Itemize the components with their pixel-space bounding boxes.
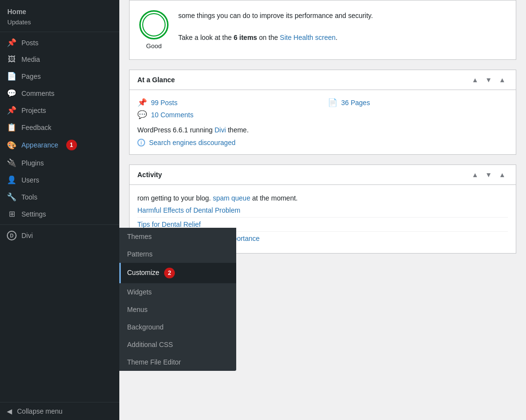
sidebar-item-feedback[interactable]: 📋 Feedback bbox=[0, 119, 119, 136]
at-a-glance-header: At a Glance ▲ ▼ ▲ bbox=[130, 70, 516, 90]
at-a-glance-panel: At a Glance ▲ ▼ ▲ 📌 99 Posts 📄 36 Pages … bbox=[129, 70, 516, 155]
sidebar-item-label: Projects bbox=[21, 107, 46, 114]
tools-icon: 🔧 bbox=[7, 192, 17, 201]
collapse-icon: ◀ bbox=[7, 407, 12, 415]
posts-count-link[interactable]: 99 Posts bbox=[151, 99, 177, 107]
collapse-label: Collapse menu bbox=[17, 407, 62, 415]
search-discouraged-link[interactable]: Search engines discouraged bbox=[149, 139, 235, 146]
appearance-icon: 🎨 bbox=[7, 141, 17, 150]
activity-panel-controls: ▲ ▼ ▲ bbox=[469, 170, 508, 180]
sidebar-item-label: Posts bbox=[21, 39, 38, 47]
health-text-prefix: some things you can do to improve its pe… bbox=[178, 12, 373, 19]
divi-icon: D bbox=[7, 231, 17, 240]
panel-controls: ▲ ▼ ▲ bbox=[469, 75, 508, 85]
submenu-menus[interactable]: Menus bbox=[119, 301, 236, 318]
sidebar-item-label: Appearance bbox=[21, 141, 58, 149]
appearance-submenu: Themes Patterns Customize 2 Widgets Menu… bbox=[119, 228, 236, 371]
search-engines-info: i Search engines discouraged bbox=[137, 139, 508, 146]
sidebar-divi-label: Divi bbox=[21, 232, 33, 239]
health-status-label: Good bbox=[139, 42, 169, 50]
settings-icon: ⊞ bbox=[7, 209, 17, 219]
sidebar-item-posts[interactable]: 📌 Posts bbox=[0, 34, 119, 51]
comments-count-item: 💬 10 Comments bbox=[137, 110, 318, 119]
wp-version-info: WordPress 6.6.1 running Divi theme. bbox=[137, 126, 508, 134]
submenu-customize[interactable]: Customize 2 bbox=[119, 263, 236, 283]
sidebar-item-label: Feedback bbox=[21, 124, 51, 131]
sidebar-item-projects[interactable]: 📌 Projects bbox=[0, 102, 119, 119]
site-health-panel: Good some things you can do to improve i… bbox=[129, 0, 516, 60]
collapse-menu-button[interactable]: ◀ Collapse menu bbox=[0, 402, 119, 420]
sidebar-item-media[interactable]: 🖼 Media bbox=[0, 51, 119, 68]
glance-grid: 📌 99 Posts 📄 36 Pages 💬 10 Comments bbox=[137, 98, 508, 119]
comments-count-link[interactable]: 10 Comments bbox=[151, 111, 193, 119]
theme-link[interactable]: Divi bbox=[215, 126, 226, 134]
sidebar-updates[interactable]: Updates bbox=[0, 17, 119, 30]
pages-count-item: 📄 36 Pages bbox=[328, 98, 508, 107]
pages-count-link[interactable]: 36 Pages bbox=[341, 99, 370, 107]
posts-count-item: 📌 99 Posts bbox=[137, 98, 318, 107]
pages-glance-icon: 📄 bbox=[328, 98, 338, 107]
media-icon: 🖼 bbox=[7, 55, 17, 64]
close-panel-button[interactable]: ▲ bbox=[496, 75, 508, 85]
spam-queue-link[interactable]: spam queue bbox=[213, 194, 250, 202]
sidebar-item-divi[interactable]: D Divi bbox=[0, 227, 119, 244]
submenu-theme-file-editor[interactable]: Theme File Editor bbox=[119, 353, 236, 371]
sidebar-item-label: Users bbox=[21, 176, 39, 184]
sidebar-item-label: Media bbox=[21, 55, 40, 63]
collapse-up-button[interactable]: ▲ bbox=[469, 75, 481, 85]
list-item: Harmful Effects of Dental Problem bbox=[137, 203, 508, 218]
feedback-icon: 📋 bbox=[7, 123, 17, 132]
sidebar-item-plugins[interactable]: 🔌 Plugins bbox=[0, 154, 119, 171]
site-health-link[interactable]: Site Health screen bbox=[280, 34, 336, 41]
sidebar-item-tools[interactable]: 🔧 Tools bbox=[0, 188, 119, 205]
collapse-down-button[interactable]: ▼ bbox=[483, 75, 494, 85]
activity-notice: rom getting to your blog. spam queue at … bbox=[137, 193, 508, 203]
submenu-additional-css[interactable]: Additional CSS bbox=[119, 336, 236, 353]
health-description: some things you can do to improve its pe… bbox=[178, 10, 506, 43]
submenu-themes[interactable]: Themes bbox=[119, 228, 236, 245]
health-circle-wrap: Good bbox=[139, 10, 169, 50]
link-1[interactable]: Harmful Effects of Dental Problem bbox=[137, 206, 240, 214]
health-items-text: Take a look at the 6 items on the Site H… bbox=[178, 34, 338, 41]
step-2-badge: 2 bbox=[164, 268, 175, 278]
sidebar-divider-2 bbox=[0, 224, 119, 225]
sidebar-item-label: Plugins bbox=[21, 159, 44, 167]
health-circle-inner bbox=[142, 13, 166, 37]
sidebar: Home Updates 📌 Posts 🖼 Media 📄 Pages 💬 C… bbox=[0, 0, 119, 420]
sidebar-divider bbox=[0, 32, 119, 32]
sidebar-item-label: Comments bbox=[21, 90, 55, 97]
posts-icon: 📌 bbox=[7, 38, 17, 47]
health-circle bbox=[139, 10, 169, 39]
activity-header: Activity ▲ ▼ ▲ bbox=[130, 165, 516, 185]
sidebar-item-settings[interactable]: ⊞ Settings bbox=[0, 205, 119, 222]
submenu-widgets[interactable]: Widgets bbox=[119, 283, 236, 301]
at-a-glance-title: At a Glance bbox=[137, 76, 175, 84]
sidebar-item-label: Settings bbox=[21, 210, 46, 218]
at-a-glance-body: 📌 99 Posts 📄 36 Pages 💬 10 Comments Word… bbox=[130, 90, 516, 154]
link-2[interactable]: Tips for Dental Relief bbox=[137, 220, 201, 228]
sidebar-home[interactable]: Home bbox=[0, 4, 119, 17]
activity-close-button[interactable]: ▲ bbox=[496, 170, 508, 180]
sidebar-item-appearance[interactable]: 🎨 Appearance 1 bbox=[0, 136, 119, 154]
sidebar-item-users[interactable]: 👤 Users bbox=[0, 171, 119, 188]
activity-down-button[interactable]: ▼ bbox=[483, 170, 494, 180]
plugins-icon: 🔌 bbox=[7, 158, 17, 167]
sidebar-item-label: Tools bbox=[21, 193, 38, 201]
sidebar-item-label: Pages bbox=[21, 73, 41, 80]
submenu-patterns[interactable]: Patterns bbox=[119, 245, 236, 263]
users-icon: 👤 bbox=[7, 175, 17, 184]
posts-glance-icon: 📌 bbox=[137, 98, 147, 107]
projects-icon: 📌 bbox=[7, 106, 17, 115]
submenu-background[interactable]: Background bbox=[119, 318, 236, 336]
activity-title: Activity bbox=[137, 171, 162, 179]
info-icon: i bbox=[137, 139, 145, 146]
comments-icon: 💬 bbox=[7, 89, 17, 98]
step-1-badge: 1 bbox=[66, 140, 77, 150]
sidebar-item-comments[interactable]: 💬 Comments bbox=[0, 85, 119, 102]
pages-icon: 📄 bbox=[7, 72, 17, 81]
sidebar-item-pages[interactable]: 📄 Pages bbox=[0, 68, 119, 85]
activity-up-button[interactable]: ▲ bbox=[469, 170, 481, 180]
sidebar-header: Home Updates bbox=[0, 0, 119, 30]
comments-glance-icon: 💬 bbox=[137, 110, 147, 119]
